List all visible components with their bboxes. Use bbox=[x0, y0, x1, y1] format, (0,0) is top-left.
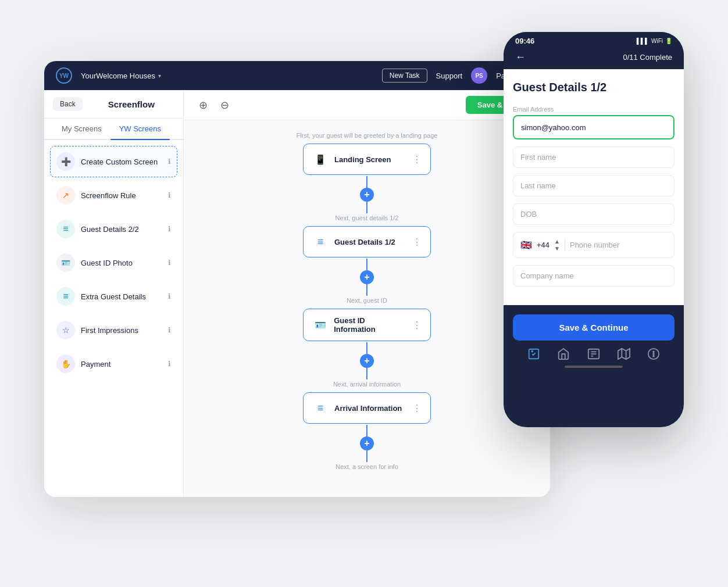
phone-time: 09:46 bbox=[515, 37, 534, 45]
guest-id-flow-label: Guest ID Information bbox=[334, 316, 406, 334]
sidebar-item-guest-id-photo[interactable]: 🪪 Guest ID Photo ℹ bbox=[50, 247, 177, 278]
svg-point-1 bbox=[531, 351, 533, 352]
dob-field-container[interactable]: DOB bbox=[513, 203, 675, 225]
sidebar-list: ➕ Create Custom Screen ℹ ↗ Screenflow Ru… bbox=[44, 140, 183, 497]
phone-status-bar: 09:46 ▌▌▌ WiFi 🔋 bbox=[504, 32, 684, 48]
landing-screen-label: Landing Screen bbox=[334, 155, 391, 164]
nav-hotel-icon[interactable] bbox=[557, 348, 570, 360]
new-task-button[interactable]: New Task bbox=[382, 69, 427, 83]
avatar: PS bbox=[471, 67, 487, 84]
guest-id-photo-icon: 🪪 bbox=[56, 253, 75, 272]
landing-card-menu-icon[interactable]: ⋮ bbox=[412, 154, 422, 165]
flow-card-arrival[interactable]: ≡ Arrival Information ⋮ bbox=[303, 392, 431, 424]
tab-yw-screens[interactable]: YW Screens bbox=[110, 119, 170, 140]
phone-code: +44 bbox=[537, 241, 549, 249]
connector-2: + bbox=[360, 259, 374, 296]
company-field-container[interactable]: Company name bbox=[513, 265, 675, 287]
sidebar-title: Screenflow bbox=[88, 99, 174, 109]
svg-point-12 bbox=[653, 356, 654, 357]
guest-id-photo-label: Guest ID Photo bbox=[81, 259, 133, 267]
arrival-card-menu-icon[interactable]: ⋮ bbox=[412, 403, 422, 414]
phone-back-arrow-icon[interactable]: ← bbox=[515, 51, 526, 63]
phone-stepper-icon[interactable]: ▲ ▼ bbox=[554, 238, 560, 252]
nav-more-icon[interactable] bbox=[647, 348, 660, 360]
save-continue-button[interactable]: Save & Continue bbox=[513, 314, 675, 341]
first-impressions-info-icon: ℹ bbox=[168, 326, 171, 334]
arrival-flow-label: Arrival Information bbox=[334, 404, 402, 413]
company-input[interactable]: Company name bbox=[513, 265, 675, 287]
flow-card-guest-details[interactable]: ≡ Guest Details 1/2 ⋮ bbox=[303, 226, 431, 257]
svg-marker-6 bbox=[618, 349, 629, 359]
phone-number-input[interactable]: Phone number bbox=[570, 241, 619, 249]
email-label: Email Address bbox=[513, 106, 675, 113]
screenflow-rule-icon: ↗ bbox=[56, 186, 75, 205]
email-field-container: Email Address simon@yahoo.com bbox=[513, 106, 675, 139]
guest-details-flow-icon: ≡ bbox=[312, 234, 329, 250]
first-name-field-container[interactable]: First name bbox=[513, 146, 675, 168]
signal-icon: ▌▌▌ bbox=[637, 38, 649, 44]
battery-icon: 🔋 bbox=[665, 38, 672, 44]
sidebar-item-screenflow-rule[interactable]: ↗ Screenflow Rule ℹ bbox=[50, 180, 177, 211]
phone-progress-text: 0/11 Complete bbox=[623, 53, 672, 62]
flow-hint-next: Next, a screen for info bbox=[336, 463, 398, 470]
svg-point-10 bbox=[653, 351, 654, 352]
guest-details-2-info-icon: ℹ bbox=[168, 225, 171, 233]
connector-4: + bbox=[360, 425, 374, 462]
phone-bottom-nav bbox=[513, 341, 675, 363]
sidebar-item-payment[interactable]: ✋ Payment ℹ bbox=[50, 348, 177, 380]
zoom-out-button[interactable]: ⊖ bbox=[217, 98, 233, 113]
guest-id-flow-icon: 🪪 bbox=[312, 317, 328, 333]
flow-toolbar: ⊕ ⊖ Save & Finish bbox=[184, 90, 550, 120]
sidebar-item-create-custom[interactable]: ➕ Create Custom Screen ℹ bbox=[50, 146, 177, 177]
create-custom-label: Create Custom Screen bbox=[81, 158, 158, 166]
extra-guest-icon: ≡ bbox=[56, 287, 75, 306]
add-step-3-button[interactable]: + bbox=[360, 354, 374, 368]
main-content: Back Screenflow My Screens YW Screens ➕ … bbox=[44, 90, 550, 497]
dob-input[interactable]: DOB bbox=[513, 203, 675, 225]
nav-info-icon[interactable] bbox=[587, 348, 600, 360]
org-name[interactable]: YourWelcome Houses ▾ bbox=[81, 71, 161, 80]
phone-home-indicator bbox=[565, 366, 623, 368]
create-custom-icon: ➕ bbox=[56, 152, 75, 171]
payment-label: Payment bbox=[81, 360, 110, 368]
phone-body: Guest Details 1/2 Email Address simon@ya… bbox=[504, 69, 684, 377]
first-name-input[interactable]: First name bbox=[513, 146, 675, 168]
nav-checkin-icon[interactable] bbox=[527, 348, 540, 360]
flow-hint-arrival: Next, arrival information bbox=[333, 381, 401, 388]
last-name-input[interactable]: Last name bbox=[513, 175, 675, 196]
svg-point-11 bbox=[653, 353, 654, 355]
flow-card-landing[interactable]: 📱 Landing Screen ⋮ bbox=[303, 144, 431, 175]
phone-top-bar: ← 0/11 Complete bbox=[504, 48, 684, 69]
sidebar-item-first-impressions[interactable]: ☆ First Impressions ℹ bbox=[50, 314, 177, 346]
zoom-in-button[interactable]: ⊕ bbox=[195, 98, 211, 113]
add-step-1-button[interactable]: + bbox=[360, 188, 374, 202]
desktop-frame: YW YourWelcome Houses ▾ New Task Support… bbox=[44, 61, 550, 497]
guest-id-card-menu-icon[interactable]: ⋮ bbox=[412, 320, 422, 331]
flag-icon: 🇬🇧 bbox=[520, 239, 532, 250]
guest-details-card-menu-icon[interactable]: ⋮ bbox=[412, 237, 422, 248]
create-custom-info-icon: ℹ bbox=[168, 158, 171, 166]
flow-card-guest-id[interactable]: 🪪 Guest ID Information ⋮ bbox=[303, 309, 431, 341]
flow-hint-guest-details: Next, guest details 1/2 bbox=[336, 214, 399, 221]
screenflow-rule-info-icon: ℹ bbox=[168, 191, 171, 199]
add-step-2-button[interactable]: + bbox=[360, 270, 374, 284]
phone-number-row[interactable]: 🇬🇧 +44 ▲ ▼ Phone number bbox=[513, 232, 675, 258]
connector-3: + bbox=[360, 342, 374, 380]
sidebar-item-extra-guest-details[interactable]: ≡ Extra Guest Details ℹ bbox=[50, 281, 177, 312]
back-button[interactable]: Back bbox=[53, 97, 83, 111]
guest-id-photo-info-icon: ℹ bbox=[168, 259, 171, 267]
screenflow-rule-label: Screenflow Rule bbox=[81, 191, 136, 200]
tab-my-screens[interactable]: My Screens bbox=[53, 119, 110, 140]
wifi-icon: WiFi bbox=[651, 38, 663, 44]
last-name-field-container[interactable]: Last name bbox=[513, 175, 675, 196]
connector-1: + bbox=[360, 176, 374, 213]
nav-map-icon[interactable] bbox=[618, 348, 630, 360]
top-nav: YW YourWelcome Houses ▾ New Task Support… bbox=[44, 61, 550, 90]
first-impressions-label: First Impressions bbox=[81, 326, 138, 335]
sidebar-item-guest-details-2[interactable]: ≡ Guest Details 2/2 ℹ bbox=[50, 213, 177, 245]
flow-hint-landing: First, your guest will be greeted by a l… bbox=[297, 132, 438, 139]
support-link[interactable]: Support bbox=[436, 71, 463, 80]
add-step-4-button[interactable]: + bbox=[360, 436, 374, 450]
payment-info-icon: ℹ bbox=[168, 360, 171, 368]
payment-icon: ✋ bbox=[56, 355, 75, 373]
